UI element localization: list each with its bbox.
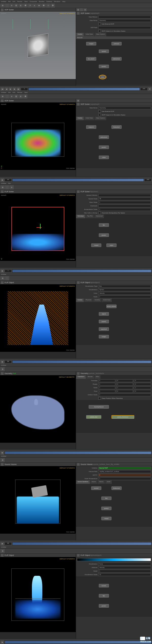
- tool-icon[interactable]: ⬚: [5, 4, 9, 8]
- tool-icon[interactable]: ◐: [19, 4, 23, 8]
- param-field[interactable]: 1: [98, 386, 115, 389]
- node-graph[interactable]: source_volume1 object1 popnet1 sopsolver…: [76, 302, 152, 345]
- prev-frame-button[interactable]: ◀: [5, 87, 8, 91]
- main-toolbar[interactable]: ◉: [0, 458, 152, 463]
- tool-icon[interactable]: ◉: [1, 94, 5, 98]
- tab[interactable]: Guides: [76, 299, 84, 302]
- top-menubar[interactable]: UntitledFile: [0, 182, 152, 185]
- tab[interactable]: Render: [86, 375, 94, 379]
- tab[interactable]: Volume: [90, 480, 98, 484]
- 3d-viewport[interactable]: obj/sol3 DEFAULT DYNAMICS Auto Update Y: [0, 193, 76, 261]
- tool-icon[interactable]: ▦: [14, 94, 18, 98]
- play-button[interactable]: ▶: [9, 87, 12, 91]
- top-menubar[interactable]: UntitledFileEditRenderView: [0, 91, 152, 94]
- param-field[interactable]: 0: [98, 474, 151, 477]
- node-graph[interactable]: merge1 pointvop1 vopnet1 rbd_solver1 sta…: [76, 39, 152, 85]
- node-graph[interactable]: flip1 gravity1 merge1 output: [76, 218, 152, 256]
- top-menubar[interactable]: Untitled: [0, 364, 152, 367]
- color-ramp[interactable]: [77, 558, 151, 561]
- tool-icon[interactable]: ◉: [1, 276, 5, 280]
- param-field[interactable]: 0: [116, 383, 133, 386]
- tool-icon[interactable]: ⬣: [42, 4, 46, 8]
- frame-field[interactable]: 1: [21, 88, 28, 91]
- frame-field[interactable]: 89: [5, 360, 12, 363]
- timeline-scrubber[interactable]: [5, 641, 151, 644]
- tool-icon[interactable]: ◉: [1, 185, 5, 189]
- node[interactable]: particle_fluid: [86, 415, 101, 419]
- param-field[interactable]: /obj/flip_emitter/OUT_surface: [98, 470, 151, 473]
- param-field[interactable]: 1: [98, 393, 151, 396]
- node[interactable]: merge1: [101, 517, 111, 520]
- tool-icon[interactable]: ⬚: [5, 94, 9, 98]
- main-toolbar[interactable]: ◉⬚◈▦◐⬢: [0, 94, 152, 99]
- param-field[interactable]: 0: [116, 390, 133, 393]
- node[interactable]: pointvop1: [111, 42, 122, 45]
- tool-icon[interactable]: ◈: [10, 4, 14, 8]
- timeline-scrubber[interactable]: [28, 88, 140, 91]
- frame-field[interactable]: 83: [5, 542, 12, 545]
- frame-field[interactable]: 64: [5, 179, 12, 182]
- param-field[interactable]: [98, 205, 151, 207]
- node[interactable]: object1: [99, 312, 109, 316]
- tab[interactable]: Advanced: [94, 215, 104, 218]
- tool-icon[interactable]: ⬚: [80, 8, 83, 11]
- node[interactable]: sopsolver1: [99, 327, 109, 331]
- tab[interactable]: Top Plst: [86, 215, 94, 218]
- param-tabs[interactable]: Volume OperationsVolumeVelocityScalar: [76, 480, 152, 484]
- tool-icon[interactable]: ◉: [1, 549, 5, 553]
- play-button[interactable]: ▶: [1, 360, 4, 364]
- tool-icon[interactable]: ⬢: [23, 4, 27, 8]
- param-dropdown[interactable]: Sprites: [98, 288, 151, 291]
- tab[interactable]: Data Options: [94, 117, 107, 120]
- param-field[interactable]: 0: [134, 379, 151, 382]
- top-menubar[interactable]: Untitled: [0, 273, 152, 276]
- node[interactable]: rbdpoint1: [86, 125, 96, 129]
- timeline-scrubber[interactable]: [12, 179, 144, 182]
- param-field[interactable]: 15: [98, 573, 151, 576]
- param-dropdown[interactable]: Velocity: [98, 292, 151, 295]
- param-field[interactable]: 0: [98, 390, 115, 393]
- tool-icon[interactable]: ◉: [77, 99, 80, 102]
- tool-icon[interactable]: ◐: [19, 94, 23, 98]
- 3d-viewport[interactable]: obj/sol2 DEFAULT DYNAMICS Auto Update YX: [0, 103, 76, 170]
- play-button[interactable]: ▶: [1, 451, 4, 455]
- 3d-viewport[interactable]: DEFAULT DYNAMICS Auto Update: [0, 284, 76, 352]
- 3d-viewport[interactable]: DEFAULT DYNAMICS: [0, 557, 76, 632]
- param-tabs[interactable]: SubstepsTop PlstAdvanced: [76, 215, 152, 218]
- node[interactable]: output: [99, 156, 109, 159]
- param-field[interactable]: 0: [134, 390, 151, 393]
- first-frame-button[interactable]: |◀: [1, 87, 4, 91]
- param-field[interactable]: [98, 26, 151, 29]
- tool-icon[interactable]: ⬢: [23, 94, 27, 98]
- checkbox[interactable]: [98, 397, 101, 400]
- tool-icon[interactable]: ◆: [37, 4, 41, 8]
- tab[interactable]: Initial Data: [84, 33, 94, 36]
- tool-icon[interactable]: ◉: [1, 367, 5, 371]
- param-dropdown[interactable]: Source FLIP: [98, 467, 151, 469]
- tool-icon[interactable]: ◉: [77, 8, 80, 11]
- play-button[interactable]: ▶: [1, 178, 4, 182]
- checkbox[interactable]: [98, 212, 101, 214]
- tool-icon[interactable]: ⬟: [51, 4, 55, 8]
- node[interactable]: source_volume1: [106, 305, 117, 308]
- param-field[interactable]: 1: [98, 201, 151, 204]
- node[interactable]: merge1: [91, 243, 101, 247]
- node[interactable]: staticsolver1: [111, 57, 122, 61]
- node[interactable]: staticsolver1: [99, 135, 109, 139]
- main-toolbar[interactable]: ◉⬚◈▦◐⬢◔▲◆⬣◎⬟: [0, 3, 152, 8]
- param-field[interactable]: [98, 194, 151, 197]
- node[interactable]: source1: [99, 584, 109, 587]
- checkbox[interactable]: [98, 114, 101, 116]
- param-field[interactable]: 1: [116, 386, 133, 389]
- param-field[interactable]: 1: [98, 208, 151, 211]
- main-toolbar[interactable]: ◉⬚◈: [0, 185, 152, 190]
- tab[interactable]: Velocity: [98, 480, 105, 484]
- node[interactable]: output: [99, 75, 106, 79]
- tool-icon[interactable]: ◎: [46, 4, 50, 8]
- tab[interactable]: Initial Data: [102, 299, 112, 302]
- tool-icon[interactable]: ◈: [10, 94, 14, 98]
- tab[interactable]: Initial Data: [84, 117, 94, 120]
- frame-field[interactable]: 1: [5, 269, 12, 273]
- param-field[interactable]: 0: [98, 383, 115, 386]
- checkbox[interactable]: [98, 23, 101, 25]
